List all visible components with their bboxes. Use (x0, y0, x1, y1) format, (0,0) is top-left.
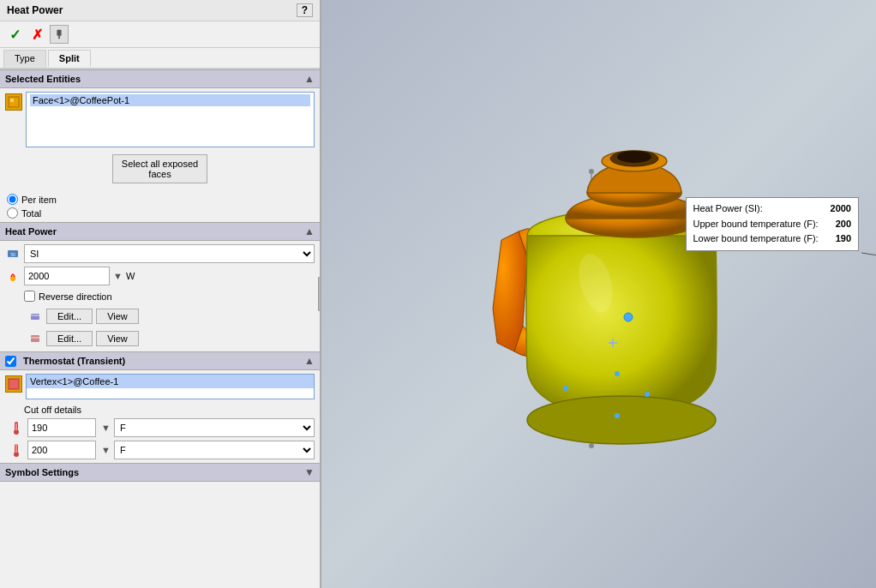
thermostat-collapse[interactable]: ▲ (304, 355, 315, 367)
svg-point-37 (615, 371, 620, 376)
symbol-settings-label: Symbol Settings (5, 467, 79, 477)
upper-temp-unit[interactable]: FCK (114, 441, 315, 459)
upper-bound-info-val: 200 (836, 217, 851, 232)
svg-rect-0 (57, 30, 61, 36)
face-icon (8, 96, 20, 108)
symbol-settings-collapse[interactable]: ▼ (304, 466, 315, 478)
svg-point-36 (563, 386, 568, 391)
view-button-2[interactable]: View (96, 331, 139, 346)
thermostat-item[interactable]: Vertex<1>@Coffee-1 (27, 375, 314, 388)
total-label: Total (21, 208, 41, 219)
thermostat-label: Thermostat (Transient) (23, 356, 125, 366)
left-panel: Heat Power ? ✓ ✗ Type Split Selected Ent… (0, 0, 321, 588)
thermostat-header-row: Thermostat (Transient) (5, 356, 125, 367)
thermometer-high-icon (9, 442, 23, 458)
heat-power-label: Heat Power (5, 226, 57, 237)
heat-icon (7, 270, 19, 282)
heat-value-row: 2000 ▼ W (5, 267, 315, 285)
help-icon[interactable]: ? (297, 3, 313, 17)
upper-temp-icon (9, 442, 24, 458)
svg-point-38 (645, 392, 650, 397)
lower-bound-info-val: 190 (836, 231, 851, 247)
viewport: Heat Power (SI): 2000 Upper bound temper… (321, 0, 876, 588)
lower-temp-row: 190 ▼ FCK (5, 418, 315, 437)
thermostat-section: Vertex<1>@Coffee-1 Cut off details 190 ▼… (0, 370, 320, 463)
pin-icon (54, 28, 64, 40)
dialog-title: Heat Power (7, 4, 63, 16)
selected-entities-collapse[interactable]: ▲ (304, 73, 315, 85)
edit-icon-2 (29, 333, 41, 345)
per-item-input[interactable] (7, 194, 18, 205)
row1-icon (27, 309, 43, 324)
reverse-direction-row: Reverse direction (5, 289, 315, 303)
edit-view-row-2: Edit... View (5, 329, 315, 348)
thermometer-low-icon (9, 420, 23, 435)
svg-point-31 (617, 151, 651, 163)
lower-temp-input[interactable]: 190 (27, 418, 96, 437)
thermostat-checkbox[interactable] (5, 356, 16, 367)
cutoff-label: Cut off details (5, 403, 315, 415)
heat-power-header: Heat Power ▲ (0, 222, 320, 241)
tab-type[interactable]: Type (3, 50, 46, 68)
per-item-label: Per item (21, 195, 57, 205)
tab-split[interactable]: Split (48, 50, 91, 68)
svg-point-33 (624, 313, 633, 321)
lower-bound-info-label: Lower bound temperature (F): (693, 231, 819, 247)
pin-button[interactable] (50, 25, 69, 44)
heat-power-info-val: 2000 (831, 201, 851, 217)
coffee-pot-svg (450, 86, 810, 480)
symbol-settings-header: Symbol Settings ▼ (0, 463, 320, 482)
selected-entities-label: Selected Entities (5, 74, 81, 84)
selected-entities-header: Selected Entities ▲ (0, 69, 320, 88)
thermostat-listbox[interactable]: Vertex<1>@Coffee-1 (26, 374, 315, 399)
upper-bound-info-row: Upper bound temperature (F): 200 (693, 217, 852, 232)
lower-temp-unit[interactable]: FCK (114, 418, 315, 437)
svg-rect-14 (15, 423, 17, 430)
upper-temp-row: 200 ▼ FCK (5, 441, 315, 459)
heat-power-collapse[interactable]: ▲ (304, 225, 315, 237)
per-item-radio[interactable]: Per item (7, 194, 313, 205)
view-button-1[interactable]: View (96, 309, 139, 324)
heat-unit-label: W (126, 271, 135, 281)
distribution-group: Per item Total (0, 190, 320, 222)
edit-button-1[interactable]: Edit... (46, 309, 93, 324)
total-radio[interactable]: Total (7, 207, 313, 219)
entities-area: Face<1>@CoffeePot-1 Select all exposedfa… (0, 88, 320, 190)
unit-system-dropdown[interactable]: SI CGS IPS (24, 244, 315, 263)
edit-button-2[interactable]: Edit... (46, 331, 93, 346)
svg-point-24 (589, 443, 594, 448)
thermostat-header: Thermostat (Transient) ▲ (0, 351, 320, 370)
heat-value-icon (5, 268, 21, 284)
svg-point-39 (615, 413, 620, 418)
edit-icon-1 (29, 310, 41, 322)
unit-system-row: SI SI CGS IPS (5, 244, 315, 263)
entity-icon (5, 93, 22, 111)
svg-point-26 (527, 396, 716, 444)
lower-temp-icon (9, 420, 24, 435)
heat-section: SI SI CGS IPS 2000 ▼ W Reverse directio (0, 241, 320, 351)
coffee-pot-container (450, 86, 793, 514)
edit-view-row-1: Edit... View (5, 307, 315, 326)
svg-text:SI: SI (10, 252, 15, 257)
upper-bound-info-label: Upper bound temperature (F): (693, 217, 819, 232)
row2-icon (27, 331, 43, 346)
cancel-button[interactable]: ✗ (27, 25, 46, 44)
entity-listbox[interactable]: Face<1>@CoffeePot-1 (26, 92, 315, 147)
svg-rect-7 (31, 314, 39, 320)
total-input[interactable] (7, 207, 18, 219)
svg-rect-11 (9, 379, 19, 389)
entity-item[interactable]: Face<1>@CoffeePot-1 (30, 94, 310, 106)
select-exposed-faces-button[interactable]: Select all exposedfaces (112, 154, 207, 183)
toolbar: ✓ ✗ (0, 21, 320, 48)
tabs-row: Type Split (0, 48, 320, 69)
heat-power-info-label: Heat Power (SI): (693, 201, 763, 217)
svg-line-40 (861, 253, 876, 279)
reverse-direction-checkbox[interactable] (24, 291, 35, 302)
accept-button[interactable]: ✓ (5, 25, 24, 44)
entity-row: Face<1>@CoffeePot-1 (5, 92, 315, 147)
heat-power-info-row: Heat Power (SI): 2000 (693, 201, 852, 217)
heat-value-input[interactable]: 2000 (24, 267, 110, 285)
upper-temp-input[interactable]: 200 (27, 441, 96, 459)
unit-icon: SI (7, 248, 19, 260)
lower-bound-info-row: Lower bound temperature (F): 190 (693, 231, 852, 247)
